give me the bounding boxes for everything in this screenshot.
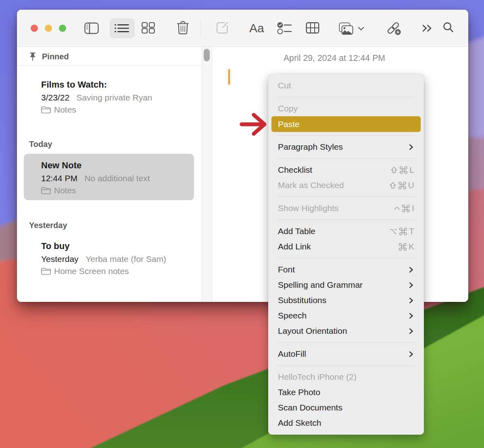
svg-text:Aa: Aa [249, 21, 264, 35]
